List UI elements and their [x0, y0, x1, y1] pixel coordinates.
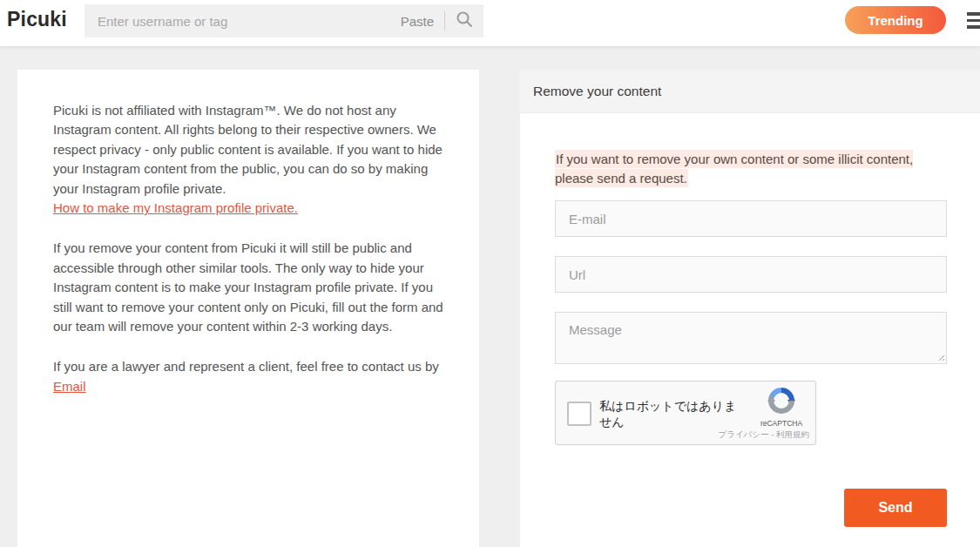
url-field[interactable]	[555, 256, 947, 293]
recaptcha-terms-links[interactable]: プライバシー - 利用規約	[718, 429, 809, 441]
panel-title: Remove your content	[520, 70, 980, 113]
recaptcha-logo-icon	[767, 402, 795, 417]
send-button[interactable]: Send	[844, 489, 947, 527]
menu-icon[interactable]	[967, 12, 980, 30]
form-intro-highlight: If you want to remove your own content o…	[555, 150, 913, 187]
search-icon	[456, 10, 473, 31]
recaptcha-label: 私はロボットではありません	[599, 398, 742, 429]
recaptcha-checkbox[interactable]	[567, 402, 591, 426]
search-button[interactable]	[445, 4, 483, 37]
logo[interactable]: Picuki	[7, 8, 67, 31]
search-input[interactable]	[84, 4, 395, 37]
header: Picuki Paste Trending	[0, 0, 980, 46]
recaptcha-logo-column: reCAPTCHA	[751, 387, 812, 428]
message-field[interactable]	[555, 312, 947, 364]
form-intro: If you want to remove your own content o…	[555, 150, 947, 188]
recaptcha-brand-label: reCAPTCHA	[751, 419, 812, 428]
private-profile-link[interactable]: How to make my Instagram profile private…	[53, 200, 298, 215]
send-row: Send	[555, 489, 947, 527]
info-card: Picuki is not affiliated with Instagram™…	[17, 70, 479, 547]
message-field-wrap	[555, 312, 947, 364]
email-link[interactable]: Email	[53, 379, 86, 394]
info-paragraph-3-text: If you are a lawyer and represent a clie…	[53, 359, 439, 374]
info-paragraph-3: If you are a lawyer and represent a clie…	[53, 357, 445, 396]
recaptcha-widget: 私はロボットではありません reCAPTCHA プライバシー - 利用規約	[555, 381, 816, 445]
trending-button[interactable]: Trending	[845, 6, 946, 34]
info-paragraph-1: Picuki is not affiliated with Instagram™…	[53, 101, 445, 218]
page: Picuki Paste Trending Picuki is not	[0, 0, 980, 547]
paste-button[interactable]: Paste	[395, 14, 444, 29]
email-field[interactable]	[555, 200, 947, 237]
search-bar: Paste	[84, 4, 483, 37]
info-paragraph-1-text: Picuki is not affiliated with Instagram™…	[53, 103, 443, 196]
info-paragraph-2: If you remove your content from Picuki i…	[53, 239, 445, 336]
remove-content-panel: Remove your content If you want to remov…	[520, 70, 980, 547]
